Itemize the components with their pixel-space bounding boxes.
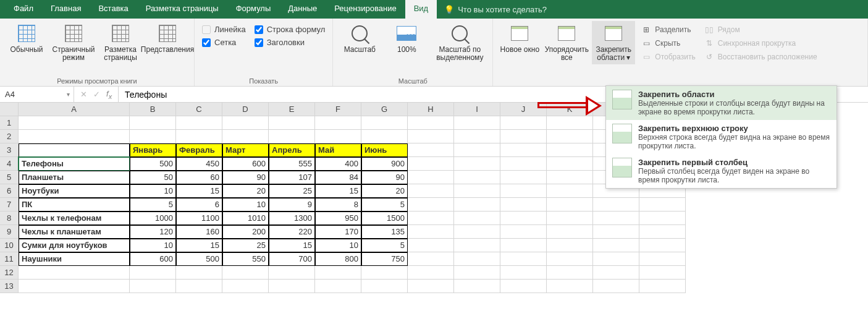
column-header[interactable]: A [19,103,130,116]
cell[interactable]: 5 [130,198,176,212]
tab-layout[interactable]: Разметка страницы [137,0,227,19]
cell[interactable] [176,280,222,293]
tab-file[interactable]: Файл [5,0,42,19]
cell[interactable] [19,116,130,130]
tell-me-search[interactable]: 💡 Что вы хотите сделать? [437,0,554,19]
cell[interactable] [19,266,130,280]
unhide-button[interactable]: ▭Отобразить [639,51,697,63]
cell[interactable] [130,116,176,130]
cell[interactable]: Чехлы к телефонам [19,212,130,225]
cell[interactable] [222,280,269,293]
cell[interactable] [547,198,593,212]
cell[interactable]: 5 [361,198,408,212]
cell[interactable] [315,130,361,143]
cell[interactable]: 450 [176,157,222,171]
cell[interactable]: 170 [315,225,361,239]
row-header[interactable]: 10 [0,239,19,252]
cell[interactable]: 9 [269,198,315,212]
cell[interactable]: 60 [176,171,222,184]
cell[interactable] [547,184,593,198]
cell[interactable] [454,212,500,225]
row-header[interactable]: 1 [0,116,19,130]
cell[interactable]: Телефоны [19,157,130,171]
tab-view[interactable]: Вид [405,0,437,19]
cell[interactable] [408,198,454,212]
cell[interactable] [500,116,547,130]
row-header[interactable]: 6 [0,184,19,198]
cell[interactable] [408,116,454,130]
cell[interactable] [408,143,454,157]
cell[interactable] [500,266,547,280]
cell[interactable] [269,130,315,143]
cell[interactable]: 6 [176,198,222,212]
column-header[interactable]: B [130,103,176,116]
cell[interactable] [500,280,547,293]
zoom-to-selection-button[interactable]: Масштаб по выделенному [432,21,487,64]
cell[interactable]: 220 [269,225,315,239]
cell[interactable]: 84 [315,171,361,184]
cell[interactable]: 600 [222,157,269,171]
cell[interactable] [408,252,454,266]
select-all-corner[interactable] [0,103,19,116]
cell[interactable] [500,212,547,225]
cell[interactable] [454,225,500,239]
cell[interactable] [593,266,639,280]
cell[interactable]: Ноутбуки [19,184,130,198]
cell[interactable] [408,280,454,293]
row-header[interactable]: 7 [0,198,19,212]
view-custom-button[interactable]: Представления [146,21,189,56]
freeze-top-row-item[interactable]: Закрепить верхнюю строкуВерхняя строка в… [606,120,836,154]
column-header[interactable]: D [222,103,269,116]
cell[interactable] [547,280,593,293]
cell[interactable]: 1300 [269,212,315,225]
view-pagelayout-button[interactable]: Разметка страницы [99,21,142,64]
cell[interactable]: 750 [361,252,408,266]
tab-formulas[interactable]: Формулы [227,0,280,19]
cell[interactable]: 800 [315,252,361,266]
cell[interactable] [454,252,500,266]
row-header[interactable]: 4 [0,157,19,171]
column-header[interactable]: G [361,103,408,116]
cell[interactable] [269,280,315,293]
cell[interactable] [315,280,361,293]
cell[interactable] [222,266,269,280]
cell[interactable] [593,225,639,239]
cell[interactable] [269,116,315,130]
cell[interactable]: Сумки для ноутбуков [19,239,130,252]
cell[interactable] [500,143,547,157]
cell[interactable] [361,130,408,143]
cell[interactable] [315,116,361,130]
row-header[interactable]: 11 [0,252,19,266]
row-header[interactable]: 8 [0,212,19,225]
cell[interactable] [639,280,686,293]
cell[interactable]: 600 [130,252,176,266]
cell[interactable] [454,266,500,280]
column-header[interactable]: I [454,103,500,116]
zoom-button[interactable]: Масштаб [338,21,381,56]
cell[interactable]: 1010 [222,212,269,225]
cell[interactable] [547,143,593,157]
cell[interactable] [454,198,500,212]
cell[interactable] [454,171,500,184]
syncscroll-button[interactable]: ⇅Синхронная прокрутка [702,37,820,49]
cell[interactable] [593,252,639,266]
cell[interactable]: ПК [19,198,130,212]
cell[interactable] [639,198,686,212]
freeze-panes-item[interactable]: Закрепить областиВыделенные строки и сто… [606,86,836,120]
cell[interactable] [222,116,269,130]
hide-button[interactable]: ▭Скрыть [639,37,697,49]
cell[interactable] [593,212,639,225]
cell[interactable] [315,266,361,280]
cell[interactable] [500,225,547,239]
freeze-first-col-item[interactable]: Закрепить первый столбецПервый столбец в… [606,154,836,188]
cell[interactable] [222,130,269,143]
cell[interactable] [454,143,500,157]
cancel-formula-icon[interactable]: ✕ [80,90,87,99]
view-normal-button[interactable]: Обычный [5,21,48,56]
cell[interactable] [176,266,222,280]
cell[interactable] [500,239,547,252]
cell[interactable] [547,157,593,171]
cell[interactable] [547,252,593,266]
check-ruler[interactable]: Линейка [202,25,246,34]
cell[interactable] [500,252,547,266]
